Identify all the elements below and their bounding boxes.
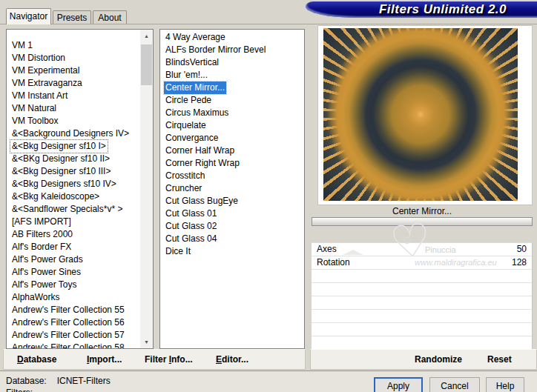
category-item[interactable]: &<Bkg Designers sf10 IV> [7, 178, 153, 190]
filters-unlimited-window: Filters Unlimited 2.0 Navigator Presets … [0, 0, 537, 392]
parameter-row[interactable] [312, 270, 532, 283]
category-item[interactable]: Alf's Power Toys [7, 279, 153, 291]
category-scrollbar[interactable]: ▲ ▼ [140, 30, 153, 348]
filter-item[interactable]: ALFs Border Mirror Bevel [160, 44, 304, 56]
preview-box [317, 25, 533, 205]
filter-item[interactable]: Crosstitch [160, 170, 304, 182]
dialog-button[interactable]: Cancel [429, 377, 480, 392]
filter-item[interactable]: BlindsVertical [160, 56, 304, 69]
category-item[interactable]: &<Background Designers IV> [7, 127, 153, 140]
category-item[interactable]: Andrew's Filter Collection 57 [7, 329, 153, 342]
toolbar-button[interactable]: Import... [87, 350, 122, 369]
parameter-row[interactable] [312, 296, 532, 310]
parameter-table: Axes 50 Rotation 128 [312, 242, 533, 350]
filter-item[interactable]: Circus Maximus [160, 107, 304, 119]
category-item[interactable]: Andrew's Filter Collection 58 [7, 342, 153, 349]
filter-item[interactable]: Cut Glass BugEye [160, 195, 304, 207]
filter-item[interactable]: Cruncher [160, 182, 304, 195]
toolbar-button[interactable]: Filter Info... [145, 350, 193, 369]
tab-presets[interactable]: Presets [53, 10, 91, 24]
dialog-button[interactable]: Help [486, 377, 524, 392]
category-item[interactable]: &<Sandflower Specials*v* > [7, 203, 153, 216]
dialog-footer: Database:ICNET-Filters Filters: ApplyCan… [0, 371, 537, 392]
filter-item[interactable]: Corner Right Wrap [160, 157, 304, 170]
filter-item[interactable]: Center Mirror... [160, 82, 304, 94]
parameter-row[interactable] [312, 283, 532, 296]
filter-item[interactable]: Circle Pede [160, 94, 304, 107]
category-item[interactable]: VM Extravaganza [7, 77, 153, 90]
database-value: ICNET-Filters [57, 376, 111, 386]
filter-item[interactable]: 4 Way Average [160, 31, 304, 44]
database-status: Database:ICNET-Filters [6, 376, 111, 386]
category-item[interactable]: Alf's Power Grads [7, 253, 153, 266]
app-title: Filters Unlimited 2.0 [306, 1, 537, 18]
filter-item[interactable]: Blur 'em!... [160, 69, 304, 82]
category-item[interactable]: Andrew's Filter Collection 56 [7, 316, 153, 329]
toolbar-right: RandomizeReset [310, 349, 537, 370]
tab-about[interactable]: About [93, 10, 127, 24]
filter-item[interactable]: Cut Glass 04 [160, 233, 304, 245]
category-item[interactable]: &<Bkg Designer sf10 III> [7, 165, 153, 178]
filter-item[interactable]: Cirquelate [160, 119, 304, 132]
scroll-up-icon[interactable]: ▲ [140, 30, 153, 42]
parameter-row[interactable] [312, 336, 532, 350]
category-item[interactable]: VM 1 [7, 39, 153, 52]
filter-item[interactable]: Corner Half Wrap [160, 144, 304, 157]
category-item[interactable]: Andrew's Filter Collection 55 [7, 304, 153, 316]
category-item[interactable]: Alf's Border FX [7, 241, 153, 253]
category-item[interactable]: &<BKg Designer sf10 II> [7, 153, 153, 165]
filters-status: Filters: [6, 388, 33, 392]
toolbar-button[interactable]: Database [17, 350, 56, 369]
filter-item[interactable]: Cut Glass 01 [160, 207, 304, 220]
toolbar-button[interactable]: Reset [487, 350, 512, 369]
category-item[interactable]: VM Toolbox [7, 115, 153, 127]
category-item[interactable]: &<Bkg Designer sf10 I> [7, 140, 153, 153]
toolbar-left: DatabaseImport...Filter Info...Editor... [3, 349, 306, 370]
parameter-row[interactable] [312, 323, 532, 336]
category-item[interactable]: &<Bkg Kaleidoscope> [7, 190, 153, 203]
scrollbar-thumb[interactable] [141, 44, 152, 85]
category-list: VM 1 VM Distortion VM Experimental VM Ex… [6, 29, 154, 349]
scroll-down-icon[interactable]: ▼ [140, 336, 153, 348]
filter-item[interactable]: Cut Glass 02 [160, 220, 304, 233]
category-item[interactable]: VM Natural [7, 102, 153, 115]
toolbar-button[interactable]: Editor... [216, 350, 248, 369]
title-banner: Filters Unlimited 2.0 [306, 1, 537, 18]
category-item[interactable]: VM Experimental [7, 64, 153, 77]
category-item[interactable]: VM Instant Art [7, 90, 153, 102]
preview-image [323, 28, 518, 201]
parameter-row[interactable] [312, 310, 532, 323]
parameter-row[interactable]: Rotation 128 [312, 256, 532, 270]
database-label: Database: [6, 376, 47, 386]
category-item[interactable]: VM Distortion [7, 52, 153, 64]
filter-item[interactable]: Dice It [160, 245, 304, 258]
dialog-button[interactable]: Apply [374, 377, 423, 392]
filter-list: 4 Way Average ALFs Border Mirror Bevel B… [159, 29, 305, 349]
category-item[interactable]: [AFS IMPORT] [7, 216, 153, 228]
filter-item[interactable]: Convergance [160, 132, 304, 144]
category-item[interactable]: AB Filters 2000 [7, 228, 153, 241]
tab-navigator[interactable]: Navigator [6, 8, 51, 24]
preview-caption: Center Mirror... [312, 206, 533, 216]
progress-bar [312, 217, 533, 226]
navigator-panel: VM 1 VM Distortion VM Experimental VM Ex… [0, 24, 537, 371]
toolbar-button[interactable]: Randomize [415, 350, 462, 369]
category-item[interactable]: AlphaWorks [7, 291, 153, 304]
axes-slider-marker [343, 250, 363, 255]
category-item[interactable]: Alf's Power Sines [7, 266, 153, 279]
